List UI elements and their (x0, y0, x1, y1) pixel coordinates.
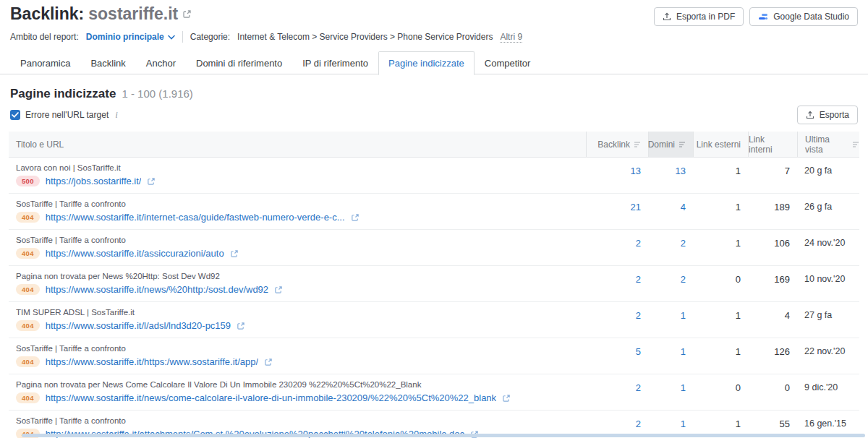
link-interni-count-cell: 0 (748, 374, 797, 410)
domini-count[interactable]: 4 (681, 202, 686, 212)
domini-count[interactable]: 1 (681, 310, 686, 321)
page-url-link[interactable]: https://jobs.sostariffe.it/ (46, 176, 142, 186)
backlink-count[interactable]: 2 (636, 382, 641, 393)
link-esterni-count-cell: 1 (693, 158, 748, 193)
backlink-count[interactable]: 5 (636, 346, 641, 357)
external-link-icon[interactable] (237, 322, 245, 330)
url-line: 404https://www.sostariffe.it/news/%20htt… (16, 284, 586, 295)
categories-more-link[interactable]: Altri 9 (500, 32, 522, 43)
url-line: 404https://www.sostariffe.it/l/adsl/lnd3… (16, 320, 586, 331)
tab-pagine-indicizzate[interactable]: Pagine indicizzate (378, 51, 475, 75)
titolo-url-cell: TIM SUPER ADSL | SosTariffe.it404https:/… (9, 302, 586, 338)
tab-panoramica[interactable]: Panoramica (10, 51, 80, 75)
url-line: 500https://jobs.sostariffe.it/ (16, 176, 586, 186)
link-interni-count: 0 (785, 382, 790, 393)
export-icon (806, 111, 814, 119)
ultima-vista-value: 27 g fa (804, 310, 832, 320)
link-esterni-count: 1 (736, 238, 741, 249)
ultima-vista-value: 20 g fa (804, 166, 832, 176)
external-link-icon[interactable] (502, 394, 511, 403)
domini-count-cell: 2 (648, 266, 693, 301)
url-line: 404https://www.sostariffe.it/internet-ca… (16, 212, 586, 223)
domini-count[interactable]: 1 (681, 382, 686, 393)
tab-backlink[interactable]: Backlink (80, 51, 135, 75)
backlink-count[interactable]: 2 (636, 418, 641, 429)
tab-domini-di-riferimento[interactable]: Domini di riferimento (186, 51, 292, 75)
horizontal-scrollbar[interactable] (22, 434, 865, 437)
link-esterni-count-cell: 0 (693, 266, 748, 301)
link-interni-count: 106 (774, 238, 790, 249)
link-interni-count: 4 (785, 310, 790, 321)
ultima-vista-value-cell: 27 g fa (797, 302, 859, 338)
backlink-count[interactable]: 2 (636, 274, 641, 285)
link-esterni-count: 1 (736, 166, 741, 176)
column-header-domini[interactable]: Domini (648, 132, 693, 157)
domini-count-cell: 2 (648, 230, 693, 265)
page-url-link[interactable]: https://www.sostariffe.it/l/adsl/lnd3d20… (46, 320, 231, 331)
domini-count-cell: 13 (648, 158, 693, 193)
url-line: 404https://www.sostariffe.it/assiccurazi… (16, 248, 586, 259)
filter-row: Errore nell'URL target i Esporta (10, 106, 858, 124)
info-icon[interactable]: i (114, 109, 119, 121)
domini-count[interactable]: 2 (681, 274, 686, 285)
export-table-button[interactable]: Esporta (797, 106, 858, 124)
page-title-text: SosTariffe | Tariffe a confronto (16, 199, 586, 208)
section-range: 1 - 100 (1.916) (122, 87, 192, 100)
page-title-text: SosTariffe | Tariffe a confronto (16, 344, 586, 353)
backlink-count-cell: 13 (586, 158, 648, 193)
link-esterni-count: 1 (736, 202, 741, 212)
ultima-vista-value: 10 nov.'20 (804, 274, 845, 284)
external-link-icon[interactable] (351, 213, 359, 222)
scope-dropdown[interactable]: Dominio principale (86, 32, 175, 42)
column-header-ultima-vista[interactable]: Ultima vista (797, 132, 859, 157)
ultima-vista-value: 9 dic.'20 (804, 382, 838, 392)
error-url-checkbox[interactable] (10, 110, 20, 120)
tab-ip-di-riferimento[interactable]: IP di riferimento (292, 51, 378, 75)
page-url-link[interactable]: https://www.sostariffe.it/internet-casa/… (46, 212, 345, 223)
domini-count[interactable]: 2 (681, 238, 686, 249)
link-esterni-count: 1 (736, 346, 741, 357)
page-url-link[interactable]: https://www.sostariffe.it/news/%20http:/… (46, 284, 268, 295)
external-link-icon[interactable] (182, 9, 192, 19)
page-url-link[interactable]: https://www.sostariffe.it/news/come-calc… (46, 392, 496, 403)
backlink-count-cell: 2 (586, 266, 648, 301)
table-row: TIM SUPER ADSL | SosTariffe.it404https:/… (9, 302, 859, 338)
ultima-vista-value-cell: 24 nov.'20 (797, 230, 859, 265)
domini-count-cell: 1 (648, 374, 693, 410)
ultima-vista-value: 16 gen.'15 (804, 418, 846, 429)
ultima-vista-value-cell: 20 g fa (797, 158, 859, 193)
domini-count[interactable]: 1 (681, 418, 686, 429)
error-url-filter[interactable]: Errore nell'URL target i (10, 109, 119, 121)
column-header-backlink[interactable]: Backlink (586, 132, 648, 157)
export-pdf-button[interactable]: Esporta in PDF (654, 7, 744, 26)
backlink-count[interactable]: 21 (631, 202, 641, 212)
tab-competitor[interactable]: Competitor (475, 51, 541, 75)
ultima-vista-value-cell: 9 dic.'20 (797, 374, 859, 410)
divider (182, 31, 183, 43)
google-data-studio-button[interactable]: Google Data Studio (749, 7, 858, 26)
ultima-vista-value: 26 g fa (804, 202, 832, 212)
backlink-count[interactable]: 2 (636, 310, 641, 321)
page-url-link[interactable]: https://www.sostariffe.it/https:/www.sos… (46, 356, 258, 367)
external-link-icon[interactable] (264, 358, 273, 366)
external-link-icon[interactable] (147, 177, 156, 186)
link-interni-count: 55 (780, 418, 790, 429)
table-row: Lavora con noi | SosTariffe.it500https:/… (9, 158, 859, 194)
domini-count[interactable]: 13 (676, 166, 686, 176)
external-link-icon[interactable] (230, 249, 239, 258)
page-url-link[interactable]: https://www.sostariffe.it/assiccurazioni… (46, 248, 224, 259)
titolo-url-cell: Pagina non trovata per News %20Http: Sos… (9, 266, 586, 301)
backlink-count[interactable]: 13 (631, 166, 641, 176)
section-head: Pagine indicizzate 1 - 100 (1.916) (10, 87, 858, 101)
url-line: 404https://www.sostariffe.it/https:/www.… (16, 356, 586, 367)
tab-anchor[interactable]: Anchor (136, 51, 186, 75)
domini-count[interactable]: 1 (681, 346, 686, 357)
page-title-text: TIM SUPER ADSL | SosTariffe.it (16, 308, 586, 317)
external-link-icon[interactable] (274, 285, 283, 294)
scope-value: Dominio principale (86, 32, 164, 42)
backlink-count[interactable]: 2 (636, 238, 641, 249)
sort-icon (679, 142, 686, 147)
titolo-url-cell: SosTariffe | Tariffe a confronto404https… (9, 338, 586, 374)
column-header-link-interni: Link interni (748, 132, 797, 157)
domini-count-cell: 1 (648, 338, 693, 374)
